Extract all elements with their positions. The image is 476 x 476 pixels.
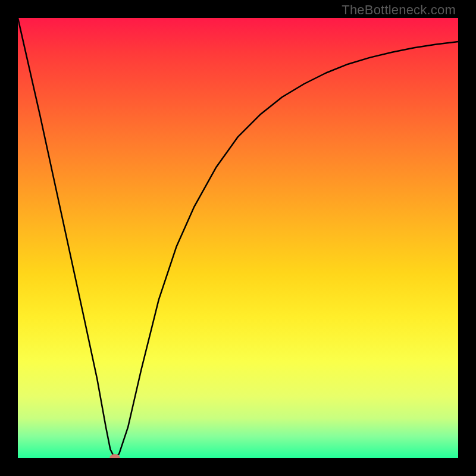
plot-area	[18, 18, 458, 458]
watermark-text: TheBottleneck.com	[342, 2, 456, 18]
minimum-marker	[109, 454, 120, 458]
chart-frame: TheBottleneck.com	[0, 0, 476, 476]
bottleneck-curve	[18, 18, 458, 458]
